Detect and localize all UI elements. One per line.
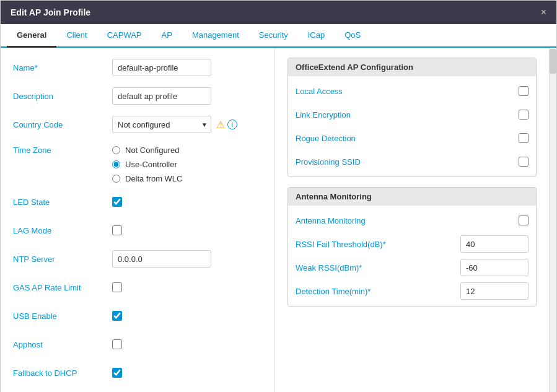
weak-rssi-input[interactable] xyxy=(460,259,528,276)
scrollbar-thumb[interactable] xyxy=(550,49,556,74)
ntp-server-row: NTP Server xyxy=(13,249,262,269)
weak-rssi-label: Weak RSSI(dBm)* xyxy=(296,263,460,272)
gas-ap-rate-limit-checkbox[interactable] xyxy=(112,282,122,292)
time-zone-row: Time Zone Not Configured Use-Controller xyxy=(13,143,262,183)
description-row: Description xyxy=(13,86,262,106)
local-access-label: Local Access xyxy=(296,87,519,96)
gas-ap-rate-limit-label: GAS AP Rate Limit xyxy=(13,283,112,292)
tab-general[interactable]: General xyxy=(7,24,56,48)
rogue-detection-row: Rogue Detection xyxy=(296,129,528,147)
antenna-monitoring-row: Antenna Monitoring xyxy=(296,212,528,229)
scrollbar[interactable] xyxy=(549,48,556,392)
provisioning-ssid-control xyxy=(519,157,528,167)
rssi-fail-input[interactable] xyxy=(460,235,528,253)
modal-title: Edit AP Join Profile xyxy=(11,7,90,17)
gas-ap-rate-limit-row: GAS AP Rate Limit xyxy=(13,277,262,297)
antenna-monitoring-checkbox[interactable] xyxy=(519,216,528,225)
antenna-monitoring-title: Antenna Monitoring xyxy=(288,188,536,206)
country-code-label: Country Code xyxy=(13,120,112,129)
country-code-select[interactable]: Not configured xyxy=(112,116,211,133)
name-input[interactable] xyxy=(112,59,211,76)
provisioning-ssid-checkbox[interactable] xyxy=(519,157,528,167)
gas-ap-rate-limit-checkbox-container xyxy=(112,282,122,292)
officeextend-section: OfficeExtend AP Configuration Local Acce… xyxy=(287,58,537,177)
usb-enable-row: USB Enable xyxy=(13,306,262,326)
link-encryption-row: Link Encryption xyxy=(296,106,528,123)
lag-mode-checkbox[interactable] xyxy=(112,225,122,235)
modal-header: Edit AP Join Profile × xyxy=(1,1,556,24)
led-state-checkbox-container xyxy=(112,197,122,207)
tab-icap[interactable]: ICap xyxy=(298,24,335,48)
apphost-checkbox[interactable] xyxy=(112,339,122,349)
country-code-wrapper: Not configured ▼ xyxy=(112,116,211,133)
ntp-server-input[interactable] xyxy=(112,250,211,268)
rssi-fail-label: RSSI Fail Threshold(dB)* xyxy=(296,240,460,249)
detection-time-control xyxy=(460,282,528,300)
timezone-not-configured-radio[interactable] xyxy=(112,146,120,154)
tab-management[interactable]: Management xyxy=(182,24,249,48)
antenna-monitoring-control xyxy=(519,216,528,225)
description-label: Description xyxy=(13,92,112,101)
ntp-server-label: NTP Server xyxy=(13,255,112,264)
country-code-row: Country Code Not configured ▼ ⚠ i xyxy=(13,115,262,134)
antenna-monitoring-section: Antenna Monitoring Antenna Monitoring RS… xyxy=(287,187,537,307)
local-access-checkbox[interactable] xyxy=(519,86,528,96)
rogue-detection-checkbox[interactable] xyxy=(519,133,528,143)
weak-rssi-control xyxy=(460,259,528,276)
link-encryption-control xyxy=(519,110,528,120)
lag-mode-label: LAG Mode xyxy=(13,226,112,235)
time-zone-delta-wlc[interactable]: Delta from WLC xyxy=(112,174,182,183)
close-button[interactable]: × xyxy=(541,7,546,18)
apphost-checkbox-container xyxy=(112,339,122,349)
rssi-fail-control xyxy=(460,235,528,253)
time-zone-not-configured[interactable]: Not Configured xyxy=(112,146,182,155)
apphost-label: Apphost xyxy=(13,340,112,349)
rogue-detection-control xyxy=(519,133,528,143)
fallback-to-dhcp-label: Fallback to DHCP xyxy=(13,368,112,378)
time-zone-radio-group: Not Configured Use-Controller Delta from… xyxy=(112,146,182,183)
officeextend-body: Local Access Link Encryption xyxy=(288,76,536,176)
local-access-control xyxy=(519,86,528,96)
rssi-fail-row: RSSI Fail Threshold(dB)* xyxy=(296,235,528,253)
tab-ap[interactable]: AP xyxy=(152,24,182,48)
weak-rssi-row: Weak RSSI(dBm)* xyxy=(296,259,528,276)
provisioning-ssid-row: Provisioning SSID xyxy=(296,153,528,170)
fallback-to-dhcp-checkbox[interactable] xyxy=(112,368,122,378)
lag-mode-row: LAG Mode xyxy=(13,220,262,240)
timezone-delta-wlc-radio[interactable] xyxy=(112,175,120,183)
led-state-checkbox[interactable] xyxy=(112,197,122,207)
fallback-to-dhcp-checkbox-container xyxy=(112,368,122,378)
lag-mode-checkbox-container xyxy=(112,225,122,235)
time-zone-label: Time Zone xyxy=(13,146,112,155)
tab-bar: General Client CAPWAP AP Management Secu… xyxy=(1,24,556,48)
link-encryption-label: Link Encryption xyxy=(296,110,519,120)
tab-qos[interactable]: QoS xyxy=(335,24,371,48)
right-panel: OfficeExtend AP Configuration Local Acce… xyxy=(275,48,549,392)
name-label: Name* xyxy=(13,63,112,72)
provisioning-ssid-label: Provisioning SSID xyxy=(296,157,519,167)
led-state-row: LED State xyxy=(13,192,262,212)
usb-enable-checkbox[interactable] xyxy=(112,311,122,321)
detection-time-input[interactable] xyxy=(460,282,528,300)
name-row: Name* xyxy=(13,58,262,77)
description-input[interactable] xyxy=(112,87,211,105)
tab-capwap[interactable]: CAPWAP xyxy=(97,24,152,48)
left-panel: Name* Description Country Code Not con xyxy=(1,48,275,392)
usb-enable-checkbox-container xyxy=(112,311,122,321)
warning-icon: ⚠ xyxy=(216,119,225,131)
led-state-label: LED State xyxy=(13,198,112,207)
timezone-use-controller-radio[interactable] xyxy=(112,160,120,168)
info-icon[interactable]: i xyxy=(227,120,237,129)
apphost-row: Apphost xyxy=(13,334,262,354)
usb-enable-label: USB Enable xyxy=(13,311,112,321)
fallback-to-dhcp-row: Fallback to DHCP xyxy=(13,363,262,383)
detection-time-label: Detection Time(min)* xyxy=(296,287,460,296)
antenna-monitoring-label: Antenna Monitoring xyxy=(296,216,519,225)
antenna-monitoring-body: Antenna Monitoring RSSI Fail Threshold(d… xyxy=(288,206,536,306)
tab-client[interactable]: Client xyxy=(56,24,97,48)
detection-time-row: Detection Time(min)* xyxy=(296,282,528,300)
local-access-row: Local Access xyxy=(296,82,528,100)
time-zone-use-controller[interactable]: Use-Controller xyxy=(112,160,182,169)
tab-security[interactable]: Security xyxy=(249,24,298,48)
link-encryption-checkbox[interactable] xyxy=(519,110,528,120)
